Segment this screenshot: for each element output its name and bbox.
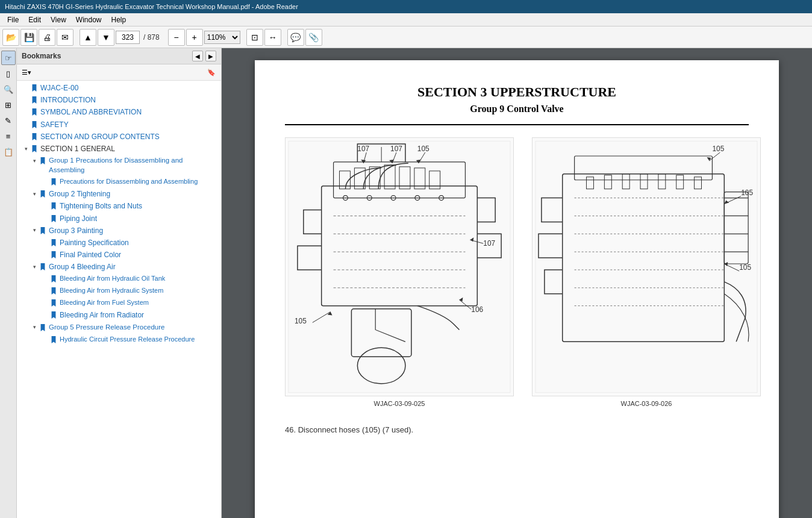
print-button[interactable]: 🖨 [39,29,55,46]
toggle-grp5[interactable]: ▾ [30,323,39,332]
attach-button[interactable]: 📎 [305,29,322,46]
bookmark-safety[interactable]: SAFETY [17,119,221,131]
bookmark-grp5-sub1[interactable]: Hydraulic Circuit Pressure Release Proce… [17,334,221,346]
main-area: ☞ ▯ 🔍 ⊞ ✎ ≡ 📋 Bookmarks ◀ ▶ ☰▾ 🔖 [0,48,812,518]
bookmark-sec1[interactable]: ▾ SECTION 1 GENERAL [17,143,221,155]
bookmark-grp4-sub4[interactable]: Bleeding Air from Radiator [17,309,221,321]
email-button[interactable]: ✉ [57,29,73,46]
bookmark-label-grp2-sub2: Piping Joint [60,214,219,223]
bookmark-grp3[interactable]: ▾ Group 3 Painting [17,225,221,237]
fit-page-button[interactable]: ⊡ [246,29,263,46]
zoom-tool-button[interactable]: 🔍 [1,82,16,96]
bookmark-grp3-sub2[interactable]: Final Painted Color [17,249,221,261]
bookmark-grp4-sub3[interactable]: Bleeding Air from Fuel System [17,297,221,309]
bookmark-grp3-sub1[interactable]: Painting Specification [17,237,221,249]
svg-text:107: 107 [483,239,495,248]
svg-text:107: 107 [357,145,369,153]
open-file-button[interactable]: 📂 [2,29,19,46]
page-group-title: Group 9 Control Valve [285,104,749,114]
attach-tool-button[interactable]: 📋 [1,145,16,159]
toggle-wjac[interactable] [22,83,30,93]
comment-tool-button[interactable]: ✎ [1,113,16,128]
figures-container: 105 107 107 105 [285,137,749,407]
bookmark-label-grp2-sub1: Tightening Bolts and Nuts [60,201,219,211]
svg-text:105: 105 [295,317,307,326]
toggle-intro[interactable] [22,95,30,105]
bookmark-sec-group[interactable]: SECTION AND GROUP CONTENTS [17,131,221,143]
page-total: / 878 [141,33,162,42]
toggle-grp2[interactable]: ▾ [30,189,39,199]
comment-button[interactable]: 💬 [287,29,304,46]
bookmark-icon-grp4 [39,262,47,272]
layers-tool-button[interactable]: ≡ [1,129,16,143]
figure-1: 105 107 107 105 [285,137,514,407]
zoom-in-button[interactable]: + [186,29,203,46]
menu-view[interactable]: View [46,14,71,25]
bookmark-grp4-sub2[interactable]: Bleeding Air from Hydraulic System [17,285,221,297]
toggle-safety[interactable] [22,120,30,130]
bookmark-label-grp3-sub1: Painting Specification [60,238,219,248]
snapshot-tool-button[interactable]: ⊞ [1,98,16,112]
pdf-area[interactable]: SECTION 3 UPPERSTRUCTURE Group 9 Control… [222,48,812,518]
bookmarks-toolbar-left: ☰▾ [20,66,33,78]
save-button[interactable]: 💾 [20,29,37,46]
menu-help[interactable]: Help [107,14,131,25]
bookmark-intro[interactable]: INTRODUCTION [17,94,221,106]
zoom-out-button[interactable]: − [168,29,185,46]
select-tool-button[interactable]: ▯ [1,66,16,81]
zoom-select[interactable]: 110% 100% 75% 50% 125% 150% [204,31,240,44]
page-number-input[interactable] [116,31,140,44]
toggle-grp3-sub1 [41,238,49,248]
menu-edit[interactable]: Edit [23,14,46,25]
bookmark-grp4-sub1[interactable]: Bleeding Air from Hydraulic Oil Tank [17,273,221,285]
bookmarks-options-button[interactable]: ☰▾ [20,66,33,78]
bookmark-icon-wjac [30,83,39,93]
bookmarks-new-button[interactable]: 🔖 [205,66,217,78]
bookmarks-tree[interactable]: WJAC-E-00 INTRODUCTION SYMBOL AND ABBREV… [17,81,221,518]
toggle-sec1[interactable]: ▾ [22,144,30,154]
toggle-sec-group[interactable] [22,132,30,142]
bookmark-icon-grp2-sub1 [49,201,58,211]
page-section-title: SECTION 3 UPPERSTRUCTURE [285,84,749,100]
bookmark-grp2[interactable]: ▾ Group 2 Tightening [17,188,221,200]
bookmark-wjac[interactable]: WJAC-E-00 [17,82,221,94]
toggle-grp4-sub3 [41,298,49,308]
toggle-grp2-sub2 [41,214,49,223]
bookmark-label-intro: INTRODUCTION [40,95,219,105]
bookmark-label-grp3: Group 3 Painting [49,226,219,236]
hand-tool-button[interactable]: ☞ [1,51,16,65]
menu-file[interactable]: File [2,14,23,25]
toggle-grp4[interactable]: ▾ [30,262,39,272]
bookmark-icon-grp3-sub2 [49,250,58,260]
toggle-symbol[interactable] [22,107,30,117]
bookmark-label-grp2: Group 2 Tightening [49,189,219,199]
bookmark-symbol[interactable]: SYMBOL AND ABBREVIATION [17,106,221,118]
bookmark-grp1-sub1[interactable]: Precautions for Disassembling and Assemb… [17,176,221,188]
bookmark-icon-grp4-sub3 [49,298,58,308]
bookmark-grp5[interactable]: ▾ Group 5 Pressure Release Procedure [17,322,221,334]
figure-1-caption: WJAC-03-09-025 [374,400,425,407]
next-page-button[interactable]: ▼ [98,29,114,46]
bookmark-icon-grp5-sub1 [49,335,58,345]
engine-diagram-1: 105 107 107 105 [285,137,514,396]
bookmark-grp1[interactable]: ▾ Group 1 Precautions for Disassembling … [17,155,221,176]
svg-text:105: 105 [417,145,429,153]
bookmarks-back-button[interactable]: ◀ [192,51,203,61]
toggle-grp1[interactable]: ▾ [30,156,39,166]
bookmarks-forward-button[interactable]: ▶ [205,51,216,61]
toggle-grp5-sub1 [41,335,49,345]
bookmark-grp2-sub1[interactable]: Tightening Bolts and Nuts [17,200,221,212]
toggle-grp3-sub2 [41,250,49,260]
fit-width-button[interactable]: ↔ [264,29,281,46]
bookmark-label-sec1: SECTION 1 GENERAL [40,144,219,154]
bookmark-icon-sec1 [30,144,39,154]
bookmark-grp4[interactable]: ▾ Group 4 Bleeding Air [17,261,221,273]
bookmark-grp2-sub2[interactable]: Piping Joint [17,213,221,225]
bookmarks-title: Bookmarks [22,52,61,60]
menu-window[interactable]: Window [71,14,107,25]
prev-page-button[interactable]: ▲ [80,29,96,46]
bookmarks-controls: ◀ ▶ [192,51,216,61]
toggle-grp4-sub4 [41,310,49,320]
bookmark-label-sec-group: SECTION AND GROUP CONTENTS [40,132,219,142]
toggle-grp3[interactable]: ▾ [30,226,39,236]
